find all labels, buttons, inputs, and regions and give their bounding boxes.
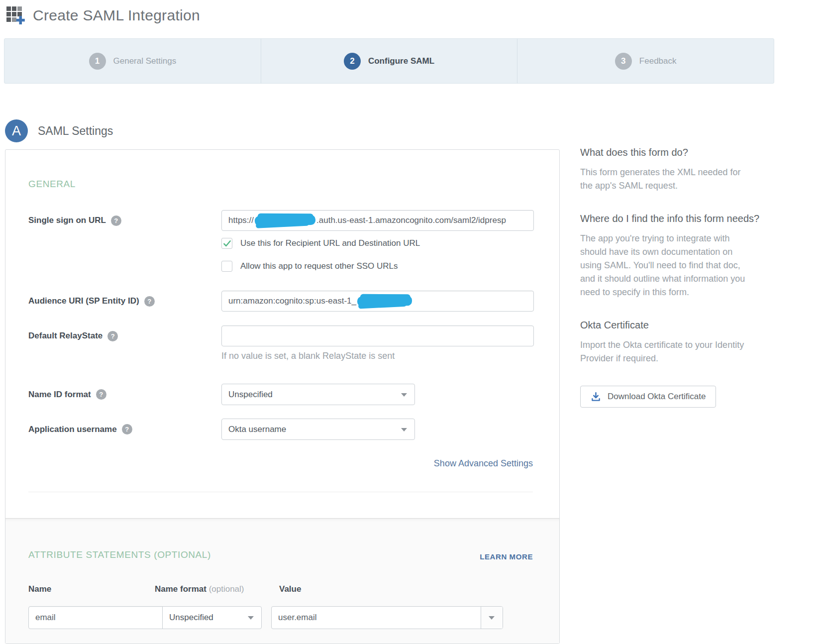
- page-header: Create SAML Integration: [5, 4, 200, 27]
- help-what-body: This form generates the XML needed for t…: [580, 166, 771, 193]
- sso-url-label-text: Single sign on URL: [28, 215, 106, 225]
- download-icon: [591, 392, 601, 402]
- audience-uri-value-prefix: urn:amazon:cognito:sp:us-east-1_: [228, 296, 356, 306]
- column-header-name-format-text: Name format: [155, 584, 206, 594]
- other-sso-checkbox[interactable]: [221, 261, 232, 272]
- chevron-down-icon: [489, 616, 495, 620]
- recipient-url-checkbox-row: Use this for Recipient URL and Destinati…: [221, 238, 420, 249]
- redaction-scribble: [255, 215, 315, 226]
- audience-uri-label: Audience URI (SP Entity ID) ?: [28, 291, 155, 312]
- chevron-down-icon: [401, 428, 407, 431]
- sso-url-value-suffix: .auth.us-east-1.amazoncognito.com/saml2/…: [316, 215, 506, 225]
- step-label: General Settings: [113, 56, 177, 66]
- wizard-step-feedback[interactable]: 3 Feedback: [517, 39, 774, 83]
- create-integration-grid-plus-icon: [5, 4, 26, 27]
- step-label: Feedback: [639, 56, 677, 66]
- wizard-stepper: 1 General Settings 2 Configure SAML 3 Fe…: [4, 38, 774, 84]
- name-id-format-help-icon[interactable]: ?: [96, 389, 106, 400]
- step-number-badge: 3: [615, 53, 632, 70]
- name-id-format-select[interactable]: Unspecified: [221, 384, 415, 405]
- help-where-body: The app you're trying to integrate with …: [580, 232, 771, 299]
- column-header-name-format: Name format (optional): [155, 584, 244, 594]
- section-title: SAML Settings: [38, 119, 113, 142]
- help-what-title: What does this form do?: [580, 147, 771, 158]
- checkmark-icon: [222, 239, 232, 248]
- page-title: Create SAML Integration: [33, 7, 200, 24]
- relaystate-help-icon[interactable]: ?: [107, 331, 118, 341]
- attribute-statements-section: ATTRIBUTE STATEMENTS (OPTIONAL) LEARN MO…: [5, 518, 559, 644]
- chevron-down-icon: [248, 616, 254, 620]
- general-section-heading: GENERAL: [28, 179, 76, 190]
- other-sso-checkbox-row: Allow this app to request other SSO URLs: [221, 261, 398, 272]
- okta-certificate-body: Import the Okta certificate to your Iden…: [580, 338, 771, 365]
- name-id-format-value: Unspecified: [228, 390, 273, 400]
- download-button-label: Download Okta Certificate: [608, 392, 706, 402]
- column-header-name: Name: [28, 584, 51, 594]
- okta-certificate-title: Okta Certificate: [580, 320, 771, 331]
- name-id-format-label: Name ID format ?: [28, 384, 106, 405]
- recipient-url-checkbox[interactable]: [221, 238, 232, 249]
- audience-uri-input[interactable]: urn:amazon:cognito:sp:us-east-1_: [221, 291, 534, 312]
- download-okta-certificate-button[interactable]: Download Okta Certificate: [580, 386, 716, 408]
- column-header-optional-text: (optional): [206, 584, 244, 594]
- chevron-down-icon: [401, 393, 407, 397]
- sso-url-help-icon[interactable]: ?: [111, 215, 121, 226]
- help-sidebar: What does this form do? This form genera…: [580, 147, 771, 408]
- audience-uri-label-text: Audience URI (SP Entity ID): [28, 296, 139, 306]
- form-divider: [28, 492, 533, 492]
- sso-url-input[interactable]: https:// .auth.us-east-1.amazoncognito.c…: [221, 210, 534, 231]
- application-username-help-icon[interactable]: ?: [122, 424, 132, 434]
- attribute-value-dropdown-button[interactable]: [481, 607, 503, 629]
- other-sso-checkbox-label: Allow this app to request other SSO URLs: [240, 261, 398, 271]
- attribute-name-input[interactable]: email: [28, 606, 163, 629]
- relaystate-input[interactable]: [221, 325, 534, 346]
- name-id-format-label-text: Name ID format: [28, 390, 91, 400]
- application-username-label: Application username ?: [28, 419, 132, 440]
- application-username-value: Okta username: [228, 425, 286, 434]
- attribute-name-format-select[interactable]: Unspecified: [162, 606, 262, 629]
- show-advanced-settings-link[interactable]: Show Advanced Settings: [434, 458, 533, 469]
- attribute-statements-heading: ATTRIBUTE STATEMENTS (OPTIONAL): [28, 549, 211, 560]
- learn-more-link[interactable]: LEARN MORE: [480, 552, 533, 561]
- redaction-scribble: [357, 296, 412, 307]
- relaystate-helper-text: If no value is set, a blank RelayState i…: [221, 351, 395, 361]
- relaystate-label-text: Default RelayState: [28, 331, 102, 341]
- relaystate-label: Default RelayState ?: [28, 325, 118, 346]
- column-header-value: Value: [279, 584, 301, 594]
- audience-uri-help-icon[interactable]: ?: [144, 296, 155, 307]
- saml-settings-panel: GENERAL Single sign on URL ? https:// .a…: [5, 149, 560, 644]
- attribute-value-input[interactable]: user.email: [272, 607, 481, 629]
- wizard-step-configure-saml[interactable]: 2 Configure SAML: [261, 39, 518, 83]
- attribute-value-combobox: user.email: [271, 606, 503, 629]
- sso-url-label: Single sign on URL ?: [28, 210, 121, 231]
- recipient-url-checkbox-label: Use this for Recipient URL and Destinati…: [240, 238, 420, 248]
- step-number-badge: 1: [89, 53, 106, 70]
- section-a-badge: A: [5, 119, 28, 142]
- application-username-select[interactable]: Okta username: [221, 419, 415, 440]
- wizard-step-general-settings[interactable]: 1 General Settings: [4, 39, 261, 83]
- step-label: Configure SAML: [368, 56, 434, 66]
- sso-url-value-prefix: https://: [228, 215, 254, 225]
- help-where-title: Where do I find the info this form needs…: [580, 213, 771, 224]
- attribute-name-format-value: Unspecified: [169, 613, 213, 623]
- step-number-badge: 2: [344, 53, 361, 70]
- application-username-label-text: Application username: [28, 425, 117, 434]
